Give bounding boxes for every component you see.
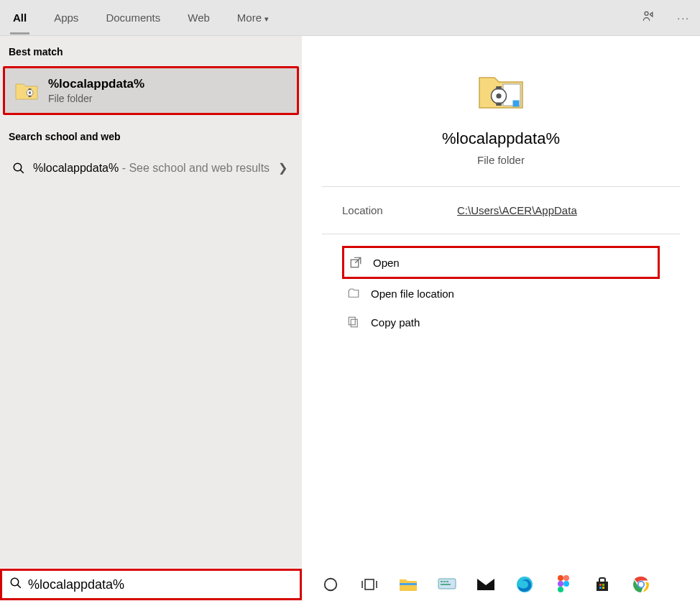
best-match-label: Best match [0,36,302,66]
tab-all[interactable]: All [10,3,29,32]
action-open-location[interactable]: Open file location [342,279,660,308]
svg-point-41 [639,582,644,587]
svg-rect-19 [365,579,374,589]
svg-point-16 [11,578,19,586]
action-copy-path[interactable]: Copy path [342,308,660,336]
svg-point-9 [496,93,501,98]
svg-point-34 [558,587,563,592]
svg-rect-37 [599,587,602,589]
svg-rect-4 [29,96,32,97]
svg-rect-24 [441,581,443,582]
svg-point-30 [558,575,563,581]
svg-rect-25 [443,581,446,582]
tab-more[interactable]: More▾ [234,3,272,32]
tab-web[interactable]: Web [185,3,213,32]
svg-rect-22 [400,583,417,585]
svg-point-32 [558,581,563,587]
tab-apps[interactable]: Apps [51,3,81,32]
file-explorer-icon[interactable] [398,574,418,595]
action-open-label: Open [373,257,400,269]
svg-point-5 [14,163,22,171]
chevron-down-icon: ▾ [264,14,269,23]
school-web-label: Search school and web [0,121,302,151]
location-label: Location [342,204,457,216]
search-icon [9,162,29,175]
svg-rect-12 [513,101,520,107]
web-query: %localappdata% [33,162,119,174]
copy-icon [346,315,361,329]
tab-documents[interactable]: Documents [103,3,163,32]
svg-point-31 [563,575,569,581]
taskbar [302,574,700,595]
feedback-icon[interactable] [641,9,655,27]
search-box[interactable] [0,569,302,600]
results-panel: Best match %localappdata% File folder Se… [0,36,302,568]
svg-rect-26 [446,581,448,582]
figma-icon[interactable] [553,574,574,595]
svg-point-2 [29,91,31,93]
cortana-icon[interactable] [321,574,341,595]
svg-rect-15 [349,317,355,325]
action-open-location-label: Open file location [371,288,454,300]
microsoft-store-icon[interactable] [592,574,612,595]
action-open[interactable]: Open [342,246,660,279]
onscreen-keyboard-icon[interactable] [437,574,457,595]
folder-icon [14,78,40,104]
location-path[interactable]: C:\Users\ACER\AppData [457,204,577,216]
edge-icon[interactable] [515,574,535,595]
preview-title: %localappdata% [442,129,560,148]
svg-rect-35 [599,584,602,586]
best-match-subtitle: File folder [48,93,144,104]
search-icon [9,577,22,592]
more-icon[interactable]: ··· [677,12,690,24]
filter-tabbar: All Apps Documents Web More▾ ··· [0,0,700,36]
svg-rect-27 [441,584,451,585]
tab-more-label: More [237,12,262,24]
preview-subtitle: File folder [477,154,525,166]
chrome-icon[interactable] [631,574,651,595]
svg-point-33 [563,581,569,587]
svg-rect-36 [602,584,604,586]
open-icon [349,255,363,270]
svg-rect-11 [496,103,502,106]
svg-point-18 [325,579,337,591]
preview-panel: %localappdata% File folder Location C:\U… [302,36,700,568]
search-input[interactable] [28,577,293,592]
chevron-right-icon[interactable]: ❯ [272,161,293,175]
preview-folder-icon [475,65,527,116]
svg-rect-14 [351,319,357,327]
svg-point-0 [645,12,648,15]
best-match-title: %localappdata% [48,77,144,91]
svg-line-6 [20,170,24,173]
svg-rect-38 [602,587,604,589]
mail-icon[interactable] [476,574,496,595]
folder-open-icon [346,286,361,300]
svg-rect-10 [496,86,502,90]
web-search-result[interactable]: %localappdata% - See school and web resu… [0,151,302,185]
svg-line-17 [17,584,21,588]
web-tail: - See school and web results [119,162,270,174]
task-view-icon[interactable] [359,574,379,595]
action-copy-path-label: Copy path [371,316,420,329]
svg-rect-3 [29,88,32,90]
best-match-result[interactable]: %localappdata% File folder [3,66,299,115]
bottom-bar [0,568,700,601]
